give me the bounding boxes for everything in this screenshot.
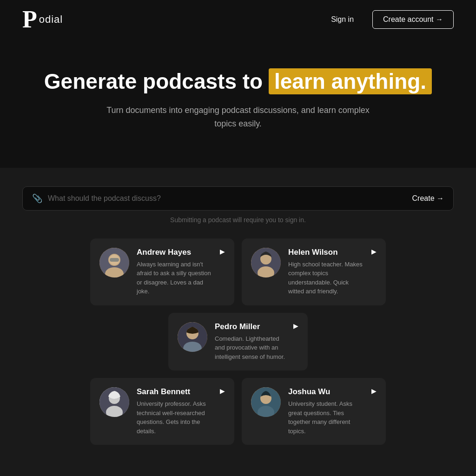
personas-row-2: Pedro Miller Comedian. Lighthearted and …	[168, 313, 308, 371]
play-icon-pedro[interactable]: ▶	[293, 322, 298, 330]
persona-avatar-pedro	[178, 322, 207, 352]
andrew-avatar-svg	[99, 248, 129, 278]
main-content: 📎 Create → Submitting a podcast will req…	[0, 168, 476, 476]
headline-prefix: Generate podcasts to	[44, 69, 263, 93]
persona-desc-joshua: University student. Asks great questions…	[288, 399, 364, 436]
persona-desc-helen: High school teacher. Makes complex topic…	[288, 260, 364, 296]
persona-desc-pedro: Comedian. Lighthearted and provocative w…	[215, 334, 286, 362]
persona-name-sarah: Sarah Bennett	[137, 387, 212, 397]
create-button[interactable]: Create →	[412, 194, 444, 203]
persona-desc-andrew: Always learning and isn't afraid to ask …	[137, 260, 212, 296]
logo-text: odial	[39, 13, 63, 26]
logo-p: P	[22, 7, 37, 32]
persona-name-joshua: Joshua Wu	[288, 387, 364, 397]
personas-row-3: Sarah Bennett University professor. Asks…	[90, 378, 386, 445]
persona-card-pedro[interactable]: Pedro Miller Comedian. Lighthearted and …	[168, 313, 308, 371]
sign-in-button[interactable]: Sign in	[324, 12, 361, 27]
search-input[interactable]	[48, 194, 407, 203]
persona-avatar-joshua	[251, 387, 281, 417]
joshua-avatar-svg	[251, 387, 281, 417]
persona-avatar-andrew	[99, 248, 129, 278]
persona-info-joshua: Joshua Wu University student. Asks great…	[288, 387, 364, 436]
persona-avatar-sarah	[99, 387, 129, 417]
attach-icon: 📎	[32, 193, 42, 204]
headline-highlight: learn anything.	[269, 68, 432, 94]
persona-info-andrew: Andrew Hayes Always learning and isn't a…	[137, 248, 212, 296]
hero-subtext: Turn documents into engaging podcast dis…	[99, 104, 377, 131]
persona-name-andrew: Andrew Hayes	[137, 248, 212, 257]
persona-desc-sarah: University professor. Asks technical wel…	[137, 399, 212, 436]
persona-avatar-helen	[251, 248, 281, 278]
personas-grid: Andrew Hayes Always learning and isn't a…	[22, 238, 454, 445]
pedro-avatar-svg	[178, 322, 207, 352]
sign-in-notice: Submitting a podcast will require you to…	[22, 216, 454, 224]
play-icon-joshua[interactable]: ▶	[371, 387, 377, 395]
persona-card-helen[interactable]: Helen Wilson High school teacher. Makes …	[242, 238, 386, 305]
persona-name-helen: Helen Wilson	[288, 248, 364, 257]
header: P odial Sign in Create account →	[0, 0, 476, 39]
svg-rect-4	[110, 258, 119, 262]
hero-section: Generate podcasts to learn anything. Tur…	[0, 39, 476, 168]
sarah-avatar-svg	[99, 387, 129, 417]
play-icon-sarah[interactable]: ▶	[220, 387, 225, 395]
helen-avatar-svg	[251, 248, 281, 278]
persona-card-joshua[interactable]: Joshua Wu University student. Asks great…	[242, 378, 386, 445]
persona-info-helen: Helen Wilson High school teacher. Makes …	[288, 248, 364, 296]
persona-info-pedro: Pedro Miller Comedian. Lighthearted and …	[215, 322, 286, 362]
logo[interactable]: P odial	[22, 7, 63, 32]
play-icon-andrew[interactable]: ▶	[220, 248, 225, 255]
header-nav: Sign in Create account →	[324, 10, 454, 29]
persona-info-sarah: Sarah Bennett University professor. Asks…	[137, 387, 212, 436]
persona-card-andrew[interactable]: Andrew Hayes Always learning and isn't a…	[90, 238, 234, 305]
hero-headline: Generate podcasts to learn anything.	[22, 69, 454, 94]
play-icon-helen[interactable]: ▶	[371, 248, 377, 255]
personas-row-1: Andrew Hayes Always learning and isn't a…	[90, 238, 386, 305]
create-account-button[interactable]: Create account →	[372, 10, 454, 29]
search-bar[interactable]: 📎 Create →	[22, 186, 454, 211]
persona-card-sarah[interactable]: Sarah Bennett University professor. Asks…	[90, 378, 234, 445]
persona-name-pedro: Pedro Miller	[215, 322, 286, 331]
